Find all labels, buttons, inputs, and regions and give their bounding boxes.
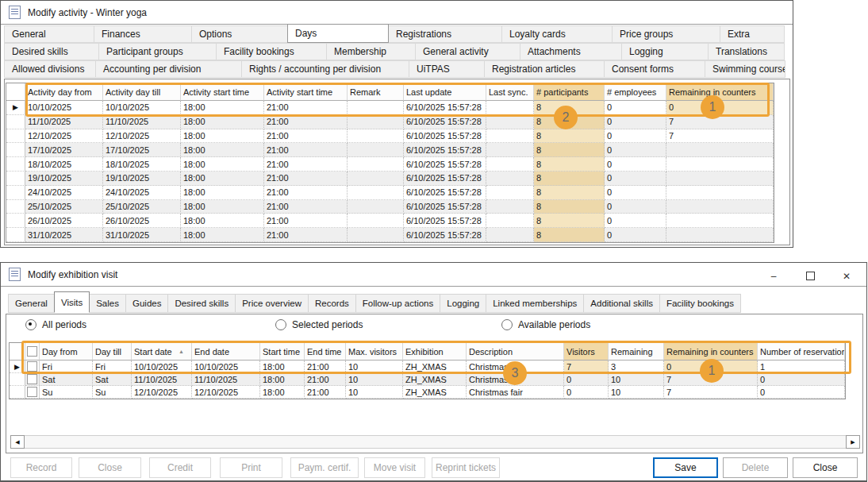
- tab-visits[interactable]: Visits: [54, 291, 90, 313]
- cell[interactable]: 26/10/2025: [25, 214, 103, 228]
- cell[interactable]: [666, 228, 774, 242]
- cell[interactable]: [486, 200, 534, 214]
- cell[interactable]: 12/10/2025: [192, 386, 260, 399]
- row-selector-header[interactable]: [6, 83, 25, 101]
- table-row[interactable]: 18/10/202518/10/202518:0021:006/10/2025 …: [6, 157, 774, 172]
- move-visit-button[interactable]: Move visit: [364, 457, 425, 478]
- tab-guides[interactable]: Guides: [125, 294, 168, 313]
- cell[interactable]: 0: [758, 386, 845, 399]
- cell[interactable]: [666, 214, 774, 228]
- cell[interactable]: 6/10/2025 15:57:28: [404, 228, 486, 242]
- cell[interactable]: 7: [666, 129, 774, 144]
- cell[interactable]: [348, 214, 404, 228]
- tab-options[interactable]: Options: [191, 25, 288, 43]
- cell[interactable]: [348, 143, 404, 157]
- cell[interactable]: 18:00: [181, 200, 264, 214]
- cell[interactable]: 21:00: [264, 172, 348, 186]
- cell[interactable]: Su: [40, 386, 93, 399]
- tab-general-activity[interactable]: General activity: [415, 43, 520, 60]
- print-button[interactable]: Print: [220, 457, 282, 478]
- cell[interactable]: [666, 172, 774, 186]
- tab-price-groups[interactable]: Price groups: [612, 25, 720, 43]
- tab-attachments[interactable]: Attachments: [520, 43, 622, 60]
- horizontal-scrollbar[interactable]: ◀ ▶: [10, 435, 860, 449]
- cell[interactable]: 18:00: [181, 172, 264, 186]
- cell[interactable]: 18:00: [181, 129, 264, 144]
- cell[interactable]: 6/10/2025 15:57:28: [404, 172, 486, 186]
- cell[interactable]: [348, 228, 404, 242]
- cell[interactable]: 17/10/2025: [103, 143, 181, 157]
- cell[interactable]: 21:00: [264, 115, 348, 129]
- tab-follow-up-actions[interactable]: Follow-up actions: [355, 294, 440, 313]
- cell[interactable]: 8: [534, 143, 605, 157]
- cell[interactable]: 24/10/2025: [103, 186, 181, 200]
- cell[interactable]: 18/10/2025: [25, 157, 103, 172]
- cell[interactable]: 21:00: [264, 143, 348, 157]
- cell[interactable]: 8: [534, 129, 605, 144]
- table-row[interactable]: 25/10/202525/10/202518:0021:006/10/2025 …: [6, 200, 774, 214]
- cell[interactable]: 26/10/2025: [103, 214, 181, 228]
- cell[interactable]: [666, 186, 774, 200]
- close-button[interactable]: Close: [79, 457, 141, 478]
- cell[interactable]: 18:00: [260, 386, 305, 399]
- scroll-left-icon[interactable]: ◀: [10, 435, 25, 449]
- cell[interactable]: 21:00: [264, 228, 348, 242]
- tab-loyalty-cards[interactable]: Loyalty cards: [501, 25, 613, 43]
- cell[interactable]: [666, 157, 774, 172]
- tab-additional-skills[interactable]: Additional skills: [583, 294, 660, 313]
- cell[interactable]: 0: [605, 172, 666, 186]
- table-row[interactable]: 11/10/202511/10/202518:0021:006/10/2025 …: [6, 115, 774, 129]
- cell[interactable]: 12/10/2025: [132, 386, 192, 399]
- tab-linked-memberships[interactable]: Linked memberships: [486, 294, 584, 313]
- cell[interactable]: 21:00: [264, 157, 348, 172]
- tab-swimming-courses[interactable]: Swimming courses: [705, 60, 785, 78]
- cell[interactable]: 0: [605, 129, 666, 144]
- row-selector[interactable]: [6, 228, 25, 242]
- minimize-button[interactable]: –: [762, 268, 785, 284]
- cell[interactable]: [486, 129, 534, 144]
- cell[interactable]: 21:00: [264, 200, 348, 214]
- tab-translations[interactable]: Translations: [708, 43, 785, 60]
- tab-registration-articles[interactable]: Registration articles: [484, 60, 605, 78]
- cell[interactable]: 10: [346, 373, 403, 386]
- cell[interactable]: 8: [534, 200, 605, 214]
- cell[interactable]: 19/10/2025: [103, 172, 181, 186]
- cell[interactable]: 0: [605, 157, 666, 172]
- tab-extra[interactable]: Extra: [720, 25, 785, 43]
- cell[interactable]: 11/10/2025: [192, 373, 260, 386]
- cell[interactable]: 24/10/2025: [25, 186, 103, 200]
- cell[interactable]: [486, 228, 534, 242]
- tab-sales[interactable]: Sales: [89, 294, 126, 313]
- cell[interactable]: Sat: [93, 373, 132, 386]
- cell[interactable]: 7: [664, 386, 758, 399]
- cell[interactable]: Sat: [40, 373, 93, 386]
- cell[interactable]: [348, 200, 404, 214]
- cell[interactable]: 0: [605, 200, 666, 214]
- reprint-tickets-button[interactable]: Reprint tickets: [432, 457, 500, 478]
- cell[interactable]: [348, 129, 404, 144]
- cell[interactable]: 6/10/2025 15:57:28: [404, 186, 486, 200]
- cell[interactable]: 21:00: [305, 386, 346, 399]
- cell[interactable]: 6/10/2025 15:57:28: [404, 143, 486, 157]
- table-row[interactable]: 24/10/202524/10/202518:0021:006/10/2025 …: [6, 186, 774, 200]
- cell[interactable]: 12/10/2025: [25, 129, 103, 144]
- cell[interactable]: 0: [605, 228, 666, 242]
- record-button[interactable]: Record: [10, 457, 72, 478]
- cell[interactable]: 18:00: [181, 157, 264, 172]
- cell[interactable]: 18:00: [181, 115, 264, 129]
- tab-registrations[interactable]: Registrations: [388, 25, 502, 43]
- cell[interactable]: 18:00: [181, 214, 264, 228]
- table-row[interactable]: 12/10/202512/10/202518:0021:006/10/2025 …: [6, 129, 774, 144]
- cell[interactable]: 8: [534, 172, 605, 186]
- cell[interactable]: 10: [609, 386, 664, 399]
- cell[interactable]: 31/10/2025: [25, 228, 103, 242]
- radio-selected-periods[interactable]: Selected periods: [275, 319, 363, 330]
- row-selector[interactable]: [6, 157, 25, 172]
- cell[interactable]: 25/10/2025: [103, 200, 181, 214]
- cell[interactable]: 0: [605, 186, 666, 200]
- tab-general[interactable]: General: [4, 25, 94, 43]
- cell[interactable]: 6/10/2025 15:57:28: [404, 129, 486, 144]
- cell[interactable]: Su: [93, 386, 132, 399]
- row-selector[interactable]: [6, 214, 25, 228]
- cell[interactable]: [348, 172, 404, 186]
